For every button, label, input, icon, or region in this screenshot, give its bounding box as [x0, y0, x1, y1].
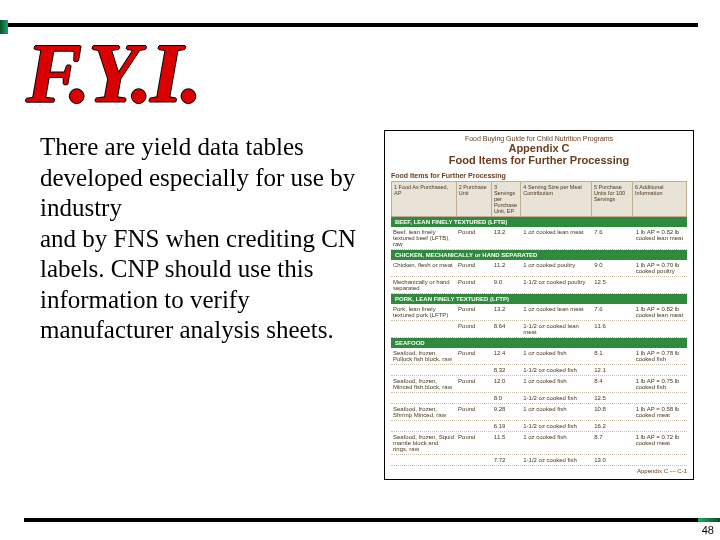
- cell: 7.6: [592, 306, 633, 318]
- col-1: 1 Food As Purchased, AP: [392, 182, 457, 216]
- cell: 1-1/2 oz cooked fish: [521, 423, 592, 429]
- cell: 1 lb AP = 0.78 lb cooked fish: [634, 350, 687, 362]
- section-bar: SEAFOOD: [391, 338, 687, 348]
- col-5: 5 Purchase Units for 100 Servings: [592, 182, 633, 216]
- cell: Pound: [456, 350, 492, 362]
- table-row: Seafood, frozen, Squid mantle block and …: [391, 432, 687, 455]
- col-6: 6 Additional Information: [633, 182, 686, 216]
- cell: 1-1/2 oz cooked fish: [521, 457, 592, 463]
- cell: 1-1/2 oz cooked poultry: [521, 279, 592, 291]
- cell: 8.64: [492, 323, 522, 335]
- cell: [634, 457, 687, 463]
- cell: [634, 323, 687, 335]
- cell: 1-1/2 oz cooked fish: [521, 367, 592, 373]
- cell: Pound: [456, 406, 492, 418]
- cell: 12.5: [592, 395, 633, 401]
- table-row: Beef, lean finely textured beef (LFTB), …: [391, 227, 687, 250]
- slide-footer-placeholder: [24, 506, 354, 516]
- cell: Pound: [456, 229, 492, 247]
- table-row: 8.321-1/2 oz cooked fish12.1: [391, 365, 687, 376]
- table-row: Chicken, flesh or meatPound11.21 oz cook…: [391, 260, 687, 277]
- cell: 13.2: [492, 229, 522, 247]
- cell: 1 oz cooked fish: [521, 406, 592, 418]
- cell: 12.4: [492, 350, 522, 362]
- cell: 1 lb AP = 0.58 lb cooked meat: [634, 406, 687, 418]
- cell: 13.0: [592, 457, 633, 463]
- page-number: 48: [702, 524, 714, 536]
- cell: 1 lb AP = 0.82 lb cooked lean meat: [634, 229, 687, 247]
- cell: [456, 367, 492, 373]
- cell: 9.0: [592, 262, 633, 274]
- cell: 12.1: [592, 367, 633, 373]
- cell: Pound: [456, 279, 492, 291]
- accent-top: [0, 20, 8, 34]
- rule-bottom: [24, 518, 698, 522]
- cell: 1 lb AP = 0.82 lb cooked lean meat: [634, 306, 687, 318]
- cell: 1-1/2 oz cooked fish: [521, 395, 592, 401]
- cell: 7.72: [492, 457, 522, 463]
- cell: Pound: [456, 434, 492, 452]
- cell: [634, 395, 687, 401]
- cell: 1 oz cooked fish: [521, 378, 592, 390]
- cell: 1 oz cooked lean meat: [521, 306, 592, 318]
- table-row: 8.01-1/2 oz cooked fish12.5: [391, 393, 687, 404]
- cell: 12.5: [592, 279, 633, 291]
- cell: [391, 367, 456, 373]
- cell: [634, 367, 687, 373]
- figure-column-headers: 1 Food As Purchased, AP 2 Purchase Unit …: [391, 181, 687, 217]
- cell: Beef, lean finely textured beef (LFTB), …: [391, 229, 456, 247]
- accent-bottom: [698, 518, 720, 522]
- cell: 8.7: [592, 434, 633, 452]
- table-row: Seafood, frozen, Shrimp Minced, rawPound…: [391, 404, 687, 421]
- cell: Chicken, flesh or meat: [391, 262, 456, 274]
- cell: 1 oz cooked fish: [521, 350, 592, 362]
- figure-appendix-c: Food Buying Guide for Child Nutrition Pr…: [384, 130, 694, 480]
- cell: [456, 423, 492, 429]
- cell: 1 lb AP = 0.72 lb cooked meat: [634, 434, 687, 452]
- figure-footer: Appendix C — C-1: [391, 468, 687, 474]
- cell: [391, 423, 456, 429]
- col-2: 2 Purchase Unit: [457, 182, 492, 216]
- section-bar: CHICKEN, MECHANICALLY or HAND SEPARATED: [391, 250, 687, 260]
- table-row: Seafood, frozen, Pollock fish block, raw…: [391, 348, 687, 365]
- cell: 8.0: [492, 395, 522, 401]
- cell: 11.6: [592, 323, 633, 335]
- fyi-heading: F.Y.I.: [26, 32, 200, 116]
- cell: Seafood, frozen, Shrimp Minced, raw: [391, 406, 456, 418]
- cell: Pork, lean finely textured pork (LFTP): [391, 306, 456, 318]
- cell: [391, 323, 456, 335]
- cell: 9.28: [492, 406, 522, 418]
- cell: 13.2: [492, 306, 522, 318]
- cell: 10.8: [592, 406, 633, 418]
- cell: 1 oz cooked fish: [521, 434, 592, 452]
- cell: Seafood, frozen, Pollock fish block, raw: [391, 350, 456, 362]
- cell: 8.4: [592, 378, 633, 390]
- cell: Mechanically or hand separated: [391, 279, 456, 291]
- body-text: There are yield data tables developed es…: [40, 132, 370, 346]
- cell: 11.5: [492, 434, 522, 452]
- table-row: Pork, lean finely textured pork (LFTP)Po…: [391, 304, 687, 321]
- table-row: Seafood, frozen, Minced fish block, rawP…: [391, 376, 687, 393]
- col-4: 4 Serving Size per Meal Contribution: [521, 182, 592, 216]
- table-row: Pound8.641-1/2 oz cooked lean meat11.6: [391, 321, 687, 338]
- cell: 9.0: [492, 279, 522, 291]
- col-3: 3 Servings per Purchase Unit, EP: [492, 182, 521, 216]
- cell: 1 lb AP = 0.75 lb cooked fish: [634, 378, 687, 390]
- cell: Seafood, frozen, Minced fish block, raw: [391, 378, 456, 390]
- cell: Pound: [456, 378, 492, 390]
- table-row: 7.721-1/2 oz cooked fish13.0: [391, 455, 687, 466]
- figure-appendix-label: Appendix C: [391, 142, 687, 154]
- cell: 1 lb AP = 0.70 lb cooked poultry: [634, 262, 687, 274]
- cell: 1 oz cooked lean meat: [521, 229, 592, 247]
- cell: Seafood, frozen, Squid mantle block and …: [391, 434, 456, 452]
- cell: 6.19: [492, 423, 522, 429]
- table-row: 6.191-1/2 oz cooked fish16.2: [391, 421, 687, 432]
- cell: 8.32: [492, 367, 522, 373]
- cell: [634, 423, 687, 429]
- cell: 11.2: [492, 262, 522, 274]
- cell: [391, 457, 456, 463]
- section-bar: BEEF, LEAN FINELY TEXTURED (LFTB): [391, 217, 687, 227]
- slide: F.Y.I. There are yield data tables devel…: [0, 0, 720, 540]
- cell: 7.6: [592, 229, 633, 247]
- figure-sections: BEEF, LEAN FINELY TEXTURED (LFTB)Beef, l…: [391, 217, 687, 466]
